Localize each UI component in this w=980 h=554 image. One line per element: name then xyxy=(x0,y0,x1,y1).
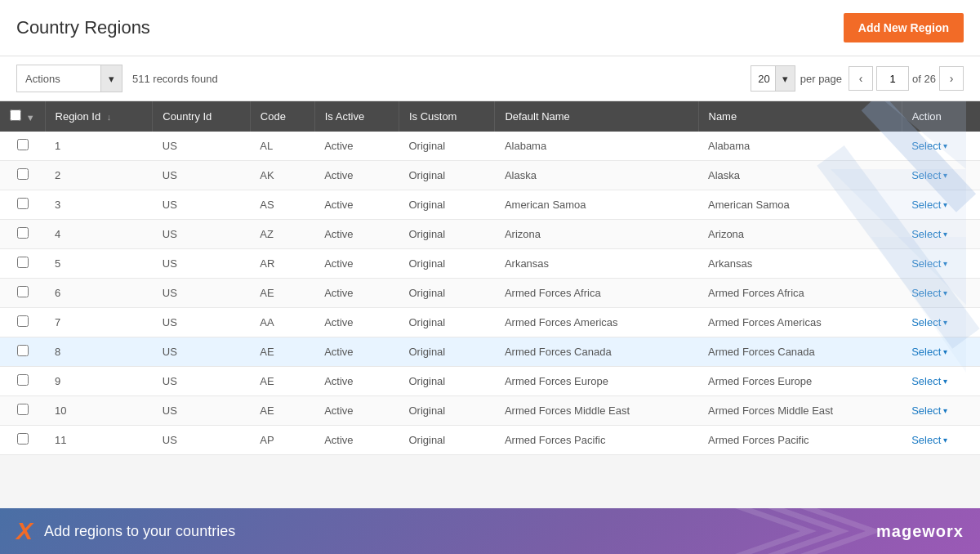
row-checkbox[interactable] xyxy=(17,286,29,297)
select-caret-icon: ▾ xyxy=(943,288,947,297)
per-page-select[interactable]: 20 ▾ xyxy=(751,65,795,92)
row-checkbox-cell[interactable] xyxy=(0,190,45,220)
row-checkbox-cell[interactable] xyxy=(0,279,45,308)
row-action-cell[interactable]: Select ▾ xyxy=(902,337,980,367)
row-checkbox-cell[interactable] xyxy=(0,308,45,337)
th-is-active[interactable]: Is Active xyxy=(314,101,399,132)
footer-brand: mageworx xyxy=(876,522,964,541)
table-row: 9 US AE Active Original Armed Forces Eur… xyxy=(0,367,980,396)
row-select-link[interactable]: Select ▾ xyxy=(911,257,970,270)
table-wrapper: ▼ Region Id ↓ Country Id Code Is Active … xyxy=(0,101,980,455)
row-select-link[interactable]: Select ▾ xyxy=(911,169,970,181)
row-default-name: Alabama xyxy=(495,132,698,161)
row-default-name: Armed Forces Africa xyxy=(495,279,698,308)
select-caret-icon: ▾ xyxy=(943,347,947,356)
row-checkbox[interactable] xyxy=(17,227,29,239)
row-select-link[interactable]: Select ▾ xyxy=(911,346,970,358)
row-select-link[interactable]: Select ▾ xyxy=(911,287,970,299)
row-checkbox[interactable] xyxy=(17,168,29,180)
row-checkbox[interactable] xyxy=(17,315,29,327)
table-row: 2 US AK Active Original Alaska Alaska Se… xyxy=(0,161,980,190)
row-is-active: Active xyxy=(314,426,399,455)
row-region-id: 2 xyxy=(45,161,153,190)
toolbar-right: 20 ▾ per page ‹ of 26 › xyxy=(751,65,964,92)
row-action-cell[interactable]: Select ▾ xyxy=(902,249,980,279)
next-page-button[interactable]: › xyxy=(939,66,964,91)
row-checkbox[interactable] xyxy=(17,139,29,150)
row-action-cell[interactable]: Select ▾ xyxy=(902,279,980,308)
row-checkbox-cell[interactable] xyxy=(0,132,45,161)
row-action-cell[interactable]: Select ▾ xyxy=(902,367,980,396)
row-checkbox-cell[interactable] xyxy=(0,367,45,396)
select-caret-icon: ▾ xyxy=(943,171,947,180)
prev-page-button[interactable]: ‹ xyxy=(849,66,873,91)
th-default-name[interactable]: Default Name xyxy=(495,101,698,132)
row-country-id: US xyxy=(153,367,251,396)
row-country-id: US xyxy=(153,279,251,308)
row-checkbox[interactable] xyxy=(17,345,29,356)
select-all-checkbox[interactable] xyxy=(10,109,21,121)
page-header: Country Regions Add New Region xyxy=(0,0,980,56)
row-select-link[interactable]: Select ▾ xyxy=(911,228,970,240)
row-checkbox-cell[interactable] xyxy=(0,337,45,367)
row-select-link[interactable]: Select ▾ xyxy=(911,316,970,328)
row-action-cell[interactable]: Select ▾ xyxy=(902,161,980,190)
toolbar-left: Actions ▾ 511 records found xyxy=(16,65,218,92)
row-region-id: 4 xyxy=(45,220,153,249)
row-code: AE xyxy=(250,279,314,308)
row-checkbox[interactable] xyxy=(17,257,29,268)
row-country-id: US xyxy=(153,132,251,161)
row-checkbox-cell[interactable] xyxy=(0,426,45,455)
row-select-link[interactable]: Select ▾ xyxy=(911,434,970,446)
svg-marker-5 xyxy=(800,508,882,554)
row-code: AL xyxy=(250,132,314,161)
page-nav: ‹ of 26 › xyxy=(849,66,964,91)
regions-table: ▼ Region Id ↓ Country Id Code Is Active … xyxy=(0,101,980,455)
row-select-link[interactable]: Select ▾ xyxy=(911,375,970,387)
toolbar: Actions ▾ 511 records found 20 ▾ per pag… xyxy=(0,56,980,101)
footer-tagline: Add regions to your countries xyxy=(44,523,235,540)
th-action[interactable]: Action xyxy=(902,101,980,132)
row-checkbox-cell[interactable] xyxy=(0,249,45,279)
row-name: Armed Forces Africa xyxy=(698,279,902,308)
row-name: Armed Forces Pacific xyxy=(698,426,902,455)
row-country-id: US xyxy=(153,396,251,426)
row-action-cell[interactable]: Select ▾ xyxy=(902,132,980,161)
th-is-custom[interactable]: Is Custom xyxy=(399,101,494,132)
row-select-link[interactable]: Select ▾ xyxy=(911,140,970,152)
row-checkbox[interactable] xyxy=(17,374,29,386)
th-checkbox[interactable]: ▼ xyxy=(0,101,45,132)
row-is-active: Active xyxy=(314,279,399,308)
row-select-link[interactable]: Select ▾ xyxy=(911,199,970,211)
row-name: Armed Forces Canada xyxy=(698,337,902,367)
row-checkbox[interactable] xyxy=(17,404,29,415)
row-region-id: 8 xyxy=(45,337,153,367)
row-checkbox-cell[interactable] xyxy=(0,220,45,249)
row-default-name: American Samoa xyxy=(495,190,698,220)
row-action-cell[interactable]: Select ▾ xyxy=(902,396,980,426)
row-checkbox[interactable] xyxy=(17,433,29,445)
th-name[interactable]: Name xyxy=(698,101,902,132)
row-select-link[interactable]: Select ▾ xyxy=(911,404,970,417)
actions-dropdown[interactable]: Actions ▾ xyxy=(16,65,122,92)
th-region-id[interactable]: Region Id ↓ xyxy=(45,101,153,132)
page-number-input[interactable] xyxy=(876,66,909,91)
row-action-cell[interactable]: Select ▾ xyxy=(902,426,980,455)
table-body: 1 US AL Active Original Alabama Alabama … xyxy=(0,132,980,455)
row-is-custom: Original xyxy=(399,337,494,367)
row-action-cell[interactable]: Select ▾ xyxy=(902,308,980,337)
row-code: AS xyxy=(250,190,314,220)
row-action-cell[interactable]: Select ▾ xyxy=(902,190,980,220)
row-code: AK xyxy=(250,161,314,190)
th-country-id[interactable]: Country Id xyxy=(153,101,251,132)
row-checkbox-cell[interactable] xyxy=(0,161,45,190)
row-checkbox[interactable] xyxy=(17,198,29,209)
th-code[interactable]: Code xyxy=(250,101,314,132)
per-page-label: per page xyxy=(800,73,842,85)
add-new-region-button[interactable]: Add New Region xyxy=(844,13,964,42)
svg-marker-4 xyxy=(768,508,849,554)
page-total: of 26 xyxy=(912,73,936,85)
row-action-cell[interactable]: Select ▾ xyxy=(902,220,980,249)
row-is-active: Active xyxy=(314,308,399,337)
row-checkbox-cell[interactable] xyxy=(0,396,45,426)
